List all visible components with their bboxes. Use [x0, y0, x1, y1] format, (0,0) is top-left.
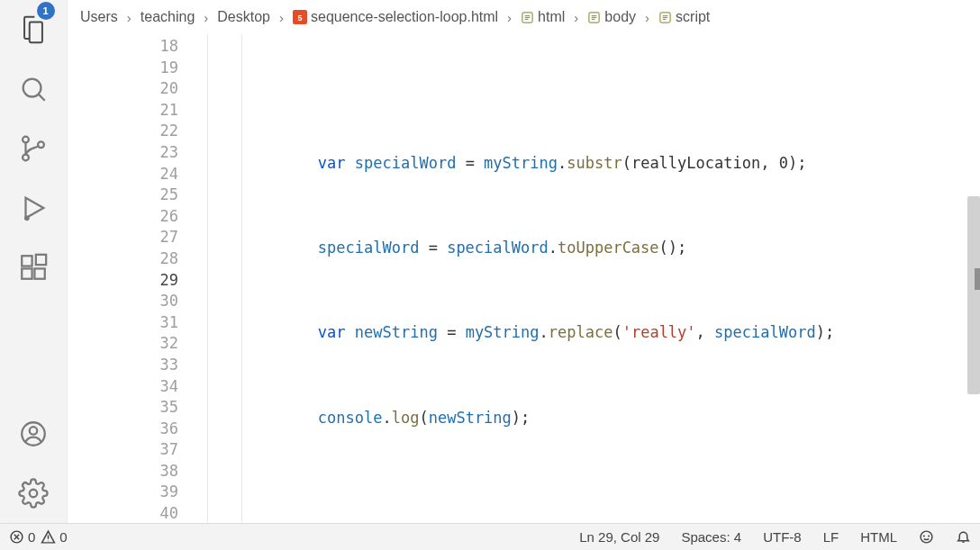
- svg-point-4: [24, 216, 30, 221]
- run-debug-icon[interactable]: [0, 178, 68, 238]
- chevron-icon: ›: [568, 10, 584, 25]
- svg-rect-6: [22, 268, 32, 278]
- account-icon[interactable]: [0, 404, 68, 464]
- status-language[interactable]: HTML: [860, 529, 897, 545]
- chevron-icon: ›: [274, 10, 289, 25]
- svg-rect-8: [36, 255, 46, 265]
- svg-point-2: [23, 155, 29, 161]
- notifications-icon[interactable]: [956, 529, 971, 545]
- svg-text:5: 5: [297, 14, 302, 23]
- status-encoding[interactable]: UTF-8: [763, 529, 802, 545]
- editor-main: Users› teaching› Desktop› 5sequence-sele…: [68, 0, 980, 523]
- svg-point-18: [921, 531, 932, 543]
- settings-icon[interactable]: [0, 464, 68, 523]
- activity-bar: 1: [0, 0, 68, 523]
- breadcrumb-item[interactable]: Users: [80, 9, 118, 25]
- breadcrumb-item[interactable]: Desktop: [217, 9, 270, 25]
- source-control-icon[interactable]: [0, 119, 68, 178]
- status-indentation[interactable]: Spaces: 4: [681, 529, 741, 545]
- search-icon[interactable]: [0, 59, 68, 119]
- explorer-badge: 1: [37, 2, 55, 20]
- breadcrumb-symbol[interactable]: script: [658, 9, 710, 25]
- status-bar: 0 0 Ln 29, Col 29 Spaces: 4 UTF-8 LF HTM…: [0, 523, 980, 550]
- breadcrumbs[interactable]: Users› teaching› Desktop› 5sequence-sele…: [68, 0, 980, 34]
- line-gutter: 18192021 22232425 26272829 30313233 3435…: [68, 34, 207, 523]
- svg-rect-7: [34, 268, 44, 278]
- svg-point-3: [38, 141, 44, 148]
- svg-point-1: [23, 137, 29, 143]
- breadcrumb-item[interactable]: teaching: [141, 9, 195, 25]
- extensions-icon[interactable]: [0, 238, 68, 297]
- status-errors[interactable]: 0: [9, 529, 35, 545]
- explorer-icon[interactable]: 1: [0, 0, 68, 59]
- code-editor[interactable]: 18192021 22232425 26272829 30313233 3435…: [68, 34, 980, 523]
- vertical-scrollbar[interactable]: [967, 196, 980, 394]
- status-warnings[interactable]: 0: [41, 529, 67, 545]
- status-eol[interactable]: LF: [823, 529, 839, 545]
- chevron-icon: ›: [640, 10, 655, 25]
- svg-rect-5: [22, 256, 32, 266]
- feedback-icon[interactable]: [919, 529, 934, 545]
- svg-point-11: [30, 490, 38, 498]
- status-cursor-position[interactable]: Ln 29, Col 29: [579, 529, 659, 545]
- breadcrumb-file[interactable]: 5sequence-selection-loop.html: [293, 9, 498, 25]
- chevron-icon: ›: [502, 10, 517, 25]
- overview-ruler-icon[interactable]: [975, 268, 980, 290]
- chevron-icon: ›: [122, 10, 137, 25]
- breadcrumb-symbol[interactable]: body: [587, 9, 636, 25]
- breadcrumb-symbol[interactable]: html: [521, 9, 565, 25]
- code-area[interactable]: var specialWord = myString.substr(really…: [207, 34, 980, 523]
- svg-point-10: [30, 427, 38, 435]
- chevron-icon: ›: [198, 10, 213, 25]
- svg-point-0: [23, 79, 41, 97]
